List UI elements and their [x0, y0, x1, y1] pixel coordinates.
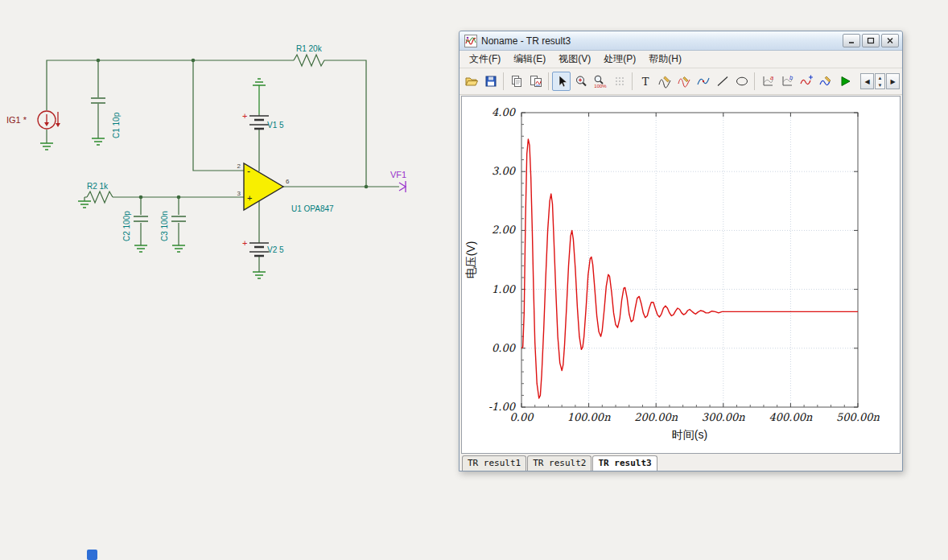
edit-curve-icon [818, 74, 833, 89]
pen-curve-icon [657, 74, 672, 89]
save-icon [484, 74, 498, 89]
svg-text:300.00n: 300.00n [702, 411, 745, 423]
vf1-label: VF1 [390, 170, 406, 179]
minimize-icon [847, 37, 855, 44]
copy-button[interactable] [507, 72, 526, 91]
c2-label: C2 100p [122, 211, 131, 241]
menu-bar: 文件(F) 编辑(E) 视图(V) 处理(P) 帮助(H) [460, 51, 902, 68]
open-folder-icon [464, 74, 479, 89]
annotation-curve-button[interactable] [674, 72, 693, 91]
svg-text:0.00: 0.00 [510, 411, 535, 423]
svg-text:a: a [770, 74, 773, 81]
close-button[interactable] [881, 34, 899, 47]
output-pin-vf1[interactable]: VF1 [390, 170, 406, 192]
svg-text:500.00n: 500.00n [836, 411, 880, 423]
c3-label: C3 100n [160, 211, 169, 241]
toolbar-separator [503, 72, 504, 90]
page-spinner[interactable]: ▲ ▼ [875, 73, 885, 89]
zoom-in-button[interactable] [571, 72, 590, 91]
page-prev-button[interactable]: ◀ [860, 73, 874, 89]
line-tool-button[interactable] [713, 72, 732, 91]
window-title: Noname - TR result3 [481, 35, 843, 47]
component-r1[interactable]: R1 20k [294, 44, 326, 66]
grid-toggle-button[interactable] [610, 72, 629, 91]
svg-text:时间(s): 时间(s) [672, 428, 707, 441]
line-tool-icon [715, 74, 730, 89]
cursor-tool-button[interactable] [552, 72, 571, 91]
menu-view[interactable]: 视图(V) [553, 51, 596, 68]
annotation-curve-icon [677, 74, 691, 89]
v1-label: V1 5 [267, 121, 284, 130]
add-curve-button[interactable] [797, 72, 815, 91]
pin3-number: 3 [237, 190, 241, 197]
chart-panel: 0.00100.00n200.00n300.00n400.00n500.00n-… [461, 96, 901, 454]
component-u1-opamp[interactable]: - + 2 3 6 U1 OPA847 [237, 163, 335, 213]
resistor-zigzag [294, 55, 326, 66]
save-button[interactable] [481, 72, 500, 91]
zoom-100-button[interactable]: 100% [591, 72, 609, 91]
tab-tr-result1[interactable]: TR result1 [462, 455, 526, 471]
cursor-a-button[interactable]: a [758, 72, 777, 91]
component-v2[interactable]: + V2 5 [242, 201, 284, 272]
wires[interactable] [47, 60, 399, 201]
app-icon [464, 35, 477, 47]
voltage-pin-icon [399, 183, 406, 191]
pen-curve-button[interactable] [655, 72, 674, 91]
svg-text:3.00: 3.00 [492, 165, 517, 177]
desktop: IG1 * C1 10p R1 20k R2 1k C2 100p C3 100… [0, 0, 948, 560]
text-tool-button[interactable]: T [636, 72, 654, 91]
component-c3[interactable]: C3 100n [160, 197, 186, 245]
smooth-curve-icon [696, 74, 711, 89]
zoom-in-icon [574, 74, 588, 89]
minimize-button[interactable] [843, 34, 860, 47]
menu-help[interactable]: 帮助(H) [643, 51, 687, 68]
menu-edit[interactable]: 编辑(E) [508, 51, 551, 68]
capacitor-plates [134, 216, 148, 221]
svg-text:电压(V): 电压(V) [464, 241, 477, 279]
run-button[interactable] [835, 72, 854, 91]
menu-process[interactable]: 处理(P) [598, 51, 641, 68]
page-next-button[interactable]: ▶ [886, 73, 900, 89]
toolbar-separator [754, 72, 755, 90]
close-icon [886, 37, 894, 44]
grid-icon [612, 74, 627, 89]
capacitor-plates [91, 98, 105, 103]
text-tool-icon: T [638, 74, 653, 89]
tina-diagram-window: Noname - TR result3 文件(F) 编辑(E) 视图(V) 处理… [459, 31, 903, 471]
maximize-button[interactable] [862, 34, 880, 47]
cursor-b-icon: b [780, 74, 794, 89]
source-arrowhead [44, 122, 49, 126]
maximize-icon [867, 37, 875, 44]
right-arrow-icon: ▶ [890, 78, 895, 85]
edit-curve-button[interactable] [816, 72, 835, 91]
ellipse-tool-button[interactable] [732, 72, 751, 91]
component-v1[interactable]: + V1 5 [242, 111, 284, 171]
junction-dots [97, 59, 369, 200]
menu-file[interactable]: 文件(F) [464, 51, 506, 68]
toolbar-separator [548, 72, 549, 90]
copy-diagram-button[interactable] [526, 72, 545, 91]
component-r2[interactable]: R2 1k [87, 182, 113, 203]
component-ig1[interactable]: IG1 * [6, 111, 60, 129]
component-c2[interactable]: C2 100p [122, 197, 148, 245]
inverting-input-sign: - [247, 166, 250, 177]
title-bar[interactable]: Noname - TR result3 [460, 31, 902, 51]
component-c1[interactable]: C1 10p [91, 98, 121, 138]
v1-plus-sign: + [242, 111, 247, 121]
taskbar-item[interactable] [87, 550, 97, 560]
cursor-b-button[interactable]: b [777, 72, 796, 91]
open-button[interactable] [462, 72, 480, 91]
run-icon [838, 74, 852, 89]
svg-text:b: b [789, 74, 793, 81]
schematic-canvas[interactable]: IG1 * C1 10p R1 20k R2 1k C2 100p C3 100… [0, 0, 451, 322]
direction-arrowhead [56, 123, 60, 127]
window-controls [843, 34, 899, 47]
smooth-curve-button[interactable] [694, 72, 712, 91]
tab-tr-result2[interactable]: TR result2 [527, 455, 591, 471]
svg-text:100.00n: 100.00n [567, 411, 611, 423]
result-tab-strip: TR result1 TR result2 TR result3 [460, 454, 902, 471]
toolbar-separator [632, 72, 633, 90]
tr-result-plot[interactable]: 0.00100.00n200.00n300.00n400.00n500.00n-… [462, 97, 901, 454]
capacitor-plates [171, 216, 186, 221]
tab-tr-result3[interactable]: TR result3 [592, 455, 657, 471]
